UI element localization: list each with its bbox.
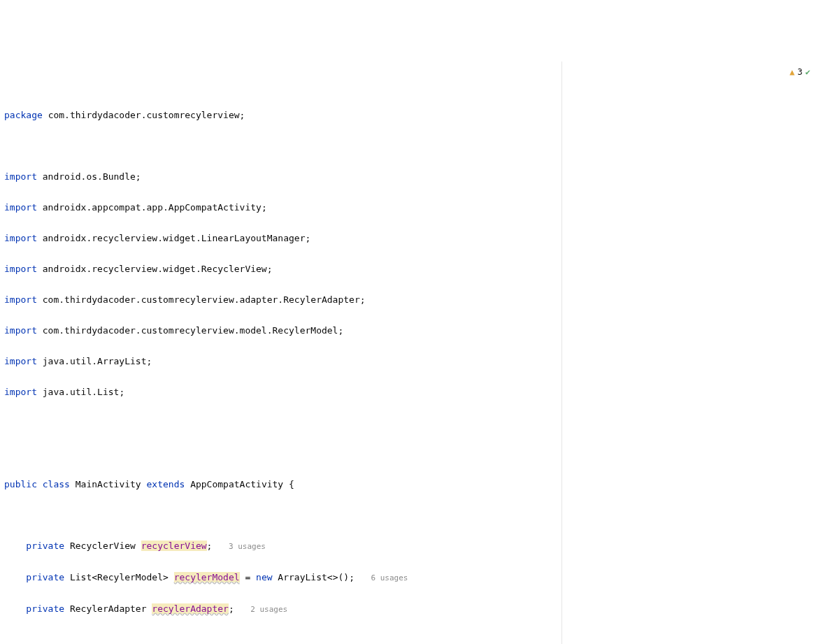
code-line: private RecylerAdapter recylerAdapter; 2… [3,601,813,617]
code-line [3,508,813,523]
code-line [3,446,813,461]
code-line: private RecyclerView recyclerView; 3 usa… [3,538,813,554]
check-icon: ✔ [806,64,810,80]
code-line: import androidx.recyclerview.widget.Line… [3,231,813,246]
code-line: package com.thirdydacoder.customrecylerv… [3,108,813,123]
code-line: import com.thirdydacoder.customrecylervi… [3,323,813,338]
code-editor[interactable]: ▲3 ✔ package com.thirdydacoder.customrec… [0,62,816,644]
code-line [3,633,813,644]
code-line: import androidx.appcompat.app.AppCompatA… [3,200,813,215]
code-line: import java.util.ArrayList; [3,354,813,369]
inspection-widget[interactable]: ▲3 ✔ [789,64,810,80]
code-line: import com.thirdydacoder.customrecylervi… [3,292,813,308]
code-line: import androidx.recyclerview.widget.Recy… [3,262,813,277]
code-line: import java.util.List; [3,385,813,400]
warning-icon: ▲ [789,64,794,80]
warning-count: 3 [798,64,803,80]
code-line: public class MainActivity extends AppCom… [3,477,813,492]
code-line: import android.os.Bundle; [3,169,813,185]
code-line [3,415,813,431]
code-line: private List<RecylerModel> recylerModel … [3,570,813,586]
code-line [3,138,813,154]
right-margin-guide [561,62,562,644]
